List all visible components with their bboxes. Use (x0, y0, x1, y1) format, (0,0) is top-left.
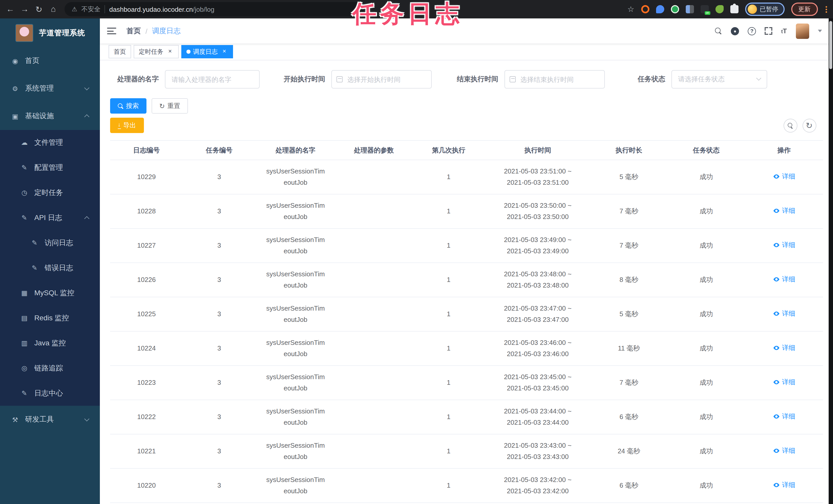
sidebar-item-12[interactable]: ◎链路追踪 (0, 356, 100, 381)
filter-task-status: 任务状态 请选择任务状态 (636, 70, 767, 89)
cell-task-id: 3 (183, 228, 256, 263)
search-icon[interactable] (715, 27, 722, 34)
cell-status: 成功 (667, 469, 745, 503)
detail-link[interactable]: 详细 (773, 171, 795, 182)
task-status-select[interactable]: 请选择任务状态 (671, 70, 767, 89)
detail-link[interactable]: 详细 (773, 479, 795, 491)
sidebar-item-2[interactable]: ▣基础设施 (0, 102, 100, 130)
sidebar-item-5[interactable]: ◷定时任务 (0, 180, 100, 205)
chrome-update-button[interactable]: 更新 (791, 3, 818, 16)
app-logo[interactable]: 芋道管理系统 (0, 19, 100, 47)
detail-link[interactable]: 详细 (773, 342, 795, 354)
download-icon: ↓ (118, 122, 121, 129)
cell-task-id: 3 (183, 331, 256, 366)
cell-actions: 详细 (745, 400, 823, 434)
cell-param (335, 263, 412, 297)
cell-param (335, 434, 412, 469)
cell-actions: 详细 (745, 297, 823, 331)
extensions-puzzle-icon[interactable] (730, 5, 738, 13)
column-header: 日志编号 (110, 141, 183, 160)
logo-image (15, 24, 33, 42)
cell-time: 2021-05-03 23:48:00 ~ 2021-05-03 23:48:0… (485, 263, 591, 297)
export-button[interactable]: ↓ 导出 (110, 118, 144, 133)
detail-link[interactable]: 详细 (773, 308, 795, 319)
chrome-menu-icon[interactable] (824, 4, 828, 15)
sidebar-item-7[interactable]: ✎访问日志 (0, 230, 100, 255)
sidebar-item-0[interactable]: ◉首页 (0, 47, 100, 75)
sidebar-item-6[interactable]: ✎API 日志 (0, 205, 100, 230)
toggle-search-button[interactable] (783, 119, 797, 132)
scrollbar-thumb[interactable] (829, 21, 832, 69)
close-icon[interactable]: × (166, 48, 174, 55)
cell-task-id: 3 (183, 297, 256, 331)
home-icon[interactable]: ⌂ (46, 2, 61, 16)
reset-button[interactable]: ↻ 重置 (151, 98, 188, 114)
detail-link[interactable]: 详细 (773, 240, 795, 251)
detail-link[interactable]: 详细 (773, 445, 795, 456)
user-avatar[interactable] (795, 23, 809, 39)
reload-icon[interactable]: ↻ (32, 2, 46, 16)
tab-2[interactable]: 调度日志× (181, 45, 233, 58)
timer-icon: ◷ (20, 189, 29, 197)
help-icon[interactable]: ? (748, 27, 756, 35)
detail-link-label: 详细 (782, 308, 795, 319)
cell-log-id: 10227 (110, 228, 183, 263)
sidebar-item-4[interactable]: ✎配置管理 (0, 155, 100, 180)
detail-link[interactable]: 详细 (773, 411, 795, 422)
cell-log-id: 10221 (110, 434, 183, 469)
scrollbar-track[interactable] (828, 19, 833, 504)
tab-1[interactable]: 定时任务× (134, 45, 179, 58)
profile-status-label: 已暂停 (760, 5, 778, 14)
refresh-table-button[interactable]: ↻ (802, 119, 816, 132)
detail-link-label: 详细 (782, 377, 795, 388)
search-button[interactable]: 搜索 (110, 98, 146, 114)
sidebar-item-label: 访问日志 (45, 238, 73, 247)
tab-0[interactable]: 首页 (109, 45, 131, 58)
sidebar-item-8[interactable]: ✎错误日志 (0, 255, 100, 280)
detail-link[interactable]: 详细 (773, 205, 795, 217)
start-time-input[interactable] (331, 70, 432, 89)
avatar-caret-icon[interactable] (818, 30, 822, 32)
tab-label: 首页 (114, 47, 126, 56)
sidebar-item-3[interactable]: ☁文件管理 (0, 130, 100, 155)
gear-icon: ⚙ (11, 85, 20, 92)
extension-green-circle-icon[interactable] (671, 5, 679, 13)
cell-task-id: 3 (183, 160, 256, 194)
cell-actions: 详细 (745, 228, 823, 263)
back-icon[interactable]: ← (3, 2, 18, 16)
address-bar[interactable]: ⚠ 不安全 dashboard.yudao.iocoder.cn/job/log (65, 2, 364, 16)
fullscreen-icon[interactable] (765, 27, 772, 35)
hamburger-icon[interactable] (107, 27, 116, 35)
detail-link[interactable]: 详细 (773, 274, 795, 285)
refresh-icon: ↻ (159, 103, 165, 109)
cell-duration: 11 毫秒 (591, 331, 667, 366)
extension-on-badge-icon[interactable] (700, 5, 709, 13)
sidebar-item-13[interactable]: ✎日志中心 (0, 381, 100, 406)
forward-icon[interactable]: → (18, 2, 32, 16)
bookmark-star-icon[interactable]: ☆ (627, 5, 634, 14)
sidebar-item-1[interactable]: ⚙系统管理 (0, 75, 100, 102)
extension-pin-icon[interactable] (656, 5, 664, 13)
end-time-input[interactable] (504, 70, 605, 89)
sidebar-item-9[interactable]: ▦MySQL 监控 (0, 280, 100, 305)
detail-link[interactable]: 详细 (773, 377, 795, 388)
sidebar-item-14[interactable]: ⚒研发工具 (0, 406, 100, 433)
extension-orange-icon[interactable] (641, 5, 649, 13)
sidebar-item-10[interactable]: ▤Redis 监控 (0, 305, 100, 331)
cell-actions: 详细 (745, 194, 823, 228)
detail-link-label: 详细 (782, 274, 795, 285)
breadcrumb-home[interactable]: 首页 (126, 26, 141, 35)
sidebar: 芋道管理系统 ◉首页⚙系统管理▣基础设施☁文件管理✎配置管理◷定时任务✎API … (0, 19, 100, 504)
github-icon[interactable]: ● (731, 27, 739, 35)
table-header-row: 日志编号任务编号处理器的名字处理器的参数第几次执行执行时间执行时长任务状态操作 (110, 141, 823, 160)
handler-name-input[interactable] (165, 70, 260, 89)
profile-sync-paused-button[interactable]: 已暂停 (745, 3, 784, 16)
cell-task-id: 3 (183, 366, 256, 400)
sidebar-item-11[interactable]: ▥Java 监控 (0, 331, 100, 356)
font-size-icon[interactable]: tT (781, 27, 787, 35)
extension-grid-icon[interactable] (686, 5, 694, 13)
extension-leaf-icon[interactable] (715, 5, 723, 13)
close-icon[interactable]: × (221, 48, 228, 55)
cell-param (335, 469, 412, 503)
cell-param (335, 228, 412, 263)
